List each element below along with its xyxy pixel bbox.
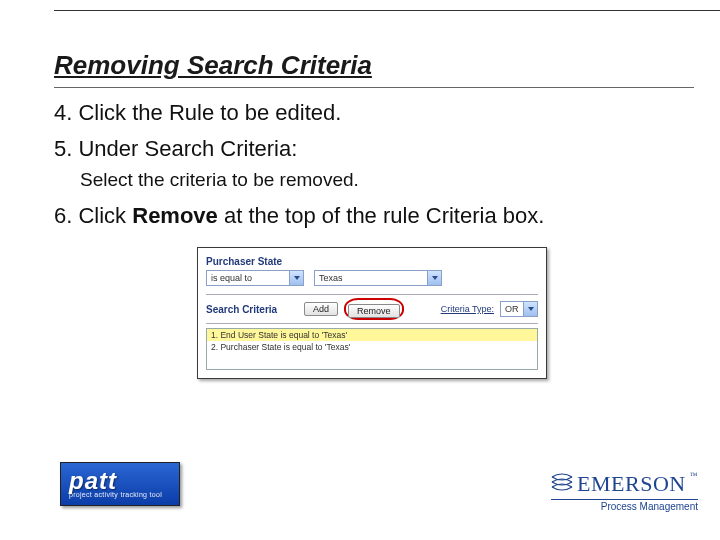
criteria-type-dropdown[interactable]: OR	[500, 301, 538, 317]
step-6: 6. Click Remove at the top of the rule C…	[54, 201, 690, 231]
remove-highlight: Remove	[344, 298, 404, 320]
patt-logo: patt project activity tracking tool	[60, 462, 180, 506]
list-padding	[207, 353, 537, 369]
screenshot-panel: Purchaser State is equal to Texas Search…	[197, 247, 547, 379]
title-divider	[54, 87, 694, 88]
value-dropdown[interactable]: Texas	[314, 270, 442, 286]
step-4: 4. Click the Rule to be edited.	[54, 98, 690, 128]
trademark: ™	[690, 471, 698, 480]
emerson-sub: Process Management	[551, 499, 698, 512]
emerson-brand: EMERSON™	[551, 471, 698, 497]
chevron-down-icon	[523, 302, 537, 316]
patt-logo-text: patt	[69, 470, 179, 492]
top-divider	[54, 10, 720, 11]
criteria-type-label: Criteria Type:	[441, 304, 494, 314]
add-button[interactable]: Add	[304, 302, 338, 316]
chevron-down-icon	[289, 271, 303, 285]
emerson-logo: EMERSON™ Process Management	[551, 471, 698, 512]
operator-dropdown[interactable]: is equal to	[206, 270, 304, 286]
remove-button[interactable]: Remove	[348, 304, 400, 318]
criteria-type-value: OR	[501, 304, 523, 314]
field-row: is equal to Texas	[206, 270, 538, 286]
search-criteria-header: Search Criteria Add Remove Criteria Type…	[206, 294, 538, 324]
helix-icon	[551, 471, 573, 489]
svg-marker-1	[432, 276, 438, 280]
page-title: Removing Search Criteria	[54, 50, 690, 85]
svg-marker-0	[294, 276, 300, 280]
svg-marker-2	[528, 307, 534, 311]
field-label: Purchaser State	[206, 256, 538, 267]
operator-value: is equal to	[207, 273, 289, 283]
value-text: Texas	[315, 273, 427, 283]
step-6-bold: Remove	[132, 203, 218, 228]
criteria-row-2[interactable]: 2. Purchaser State is equal to 'Texas'	[207, 341, 537, 353]
emerson-text: EMERSON	[577, 471, 686, 497]
search-criteria-title: Search Criteria	[206, 304, 298, 315]
chevron-down-icon	[427, 271, 441, 285]
criteria-list: 1. End User State is equal to 'Texas' 2.…	[206, 328, 538, 370]
step-5: 5. Under Search Criteria:	[54, 134, 690, 164]
step-5-sub: Select the criteria to be removed.	[80, 169, 690, 191]
criteria-row-1[interactable]: 1. End User State is equal to 'Texas'	[207, 329, 537, 341]
step-6-pre: 6. Click	[54, 203, 132, 228]
slide-content: Removing Search Criteria 4. Click the Ru…	[54, 50, 690, 379]
step-6-post: at the top of the rule Criteria box.	[218, 203, 545, 228]
patt-logo-sub: project activity tracking tool	[69, 491, 179, 498]
